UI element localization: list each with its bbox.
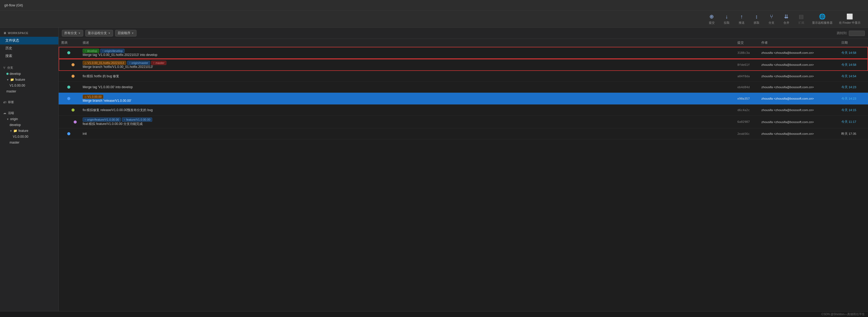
sidebar-item-history[interactable]: 历史 <box>0 44 58 52</box>
fetch-label: 抓取 <box>754 21 760 25</box>
workspace-header: 🖥 WORKSPACE <box>0 29 58 37</box>
graph-cell <box>59 47 80 59</box>
push-button[interactable]: ↑ 推送 <box>735 12 748 26</box>
order-filter[interactable]: 层级顺序 ▼ <box>115 30 136 36</box>
author-cell: zhousifa <zhousifa@bosssoft.com.cn> <box>759 59 839 71</box>
sidebar-item-search[interactable]: 搜索 <box>0 52 58 60</box>
sidebar-branch-develop[interactable]: develop <box>0 71 58 77</box>
commit-hash-cell: a04f0da <box>735 71 759 82</box>
description-cell: ◇V1.0.00.00 Merge branch 'release/V1.0.0… <box>80 93 735 105</box>
push-icon: ↑ <box>740 13 743 20</box>
author-cell: zhousifa <zhousifa@bosssoft.com.cn> <box>759 71 839 82</box>
graph-cell <box>59 93 80 105</box>
branch-tag: ⑂master <box>151 61 166 65</box>
folder-icon: 📁 <box>10 78 14 82</box>
remote-label: 显示远程服务器 <box>812 21 833 25</box>
pull-button[interactable]: ↓ 拉取 <box>720 12 733 26</box>
sidebar-branch-feature-folder[interactable]: ▼ 📁 feature <box>0 77 58 83</box>
col-graph: 图表 <box>59 39 80 47</box>
commit-message: Merge branch 'hotfix/V1.0.00_01.hotfix.2… <box>83 65 153 69</box>
author-cell: zhousifa <zhousifa@bosssoft.com.cn> <box>759 105 839 116</box>
sidebar-item-files[interactable]: 文件状态 <box>0 37 58 44</box>
description-cell: ⑂origin/feature/V1.0.00.00⑂feature/V1.0.… <box>80 116 735 128</box>
chevron-down-icon: ▼ <box>6 78 9 81</box>
sidebar-remote-origin-feature-folder[interactable]: ▼ 📁 feature <box>0 128 58 134</box>
commit-hash-cell: 6a02987 <box>735 116 759 128</box>
branch-icon: ⑂ <box>770 13 773 20</box>
display-filter[interactable]: 显示远程分支 ▼ <box>85 30 113 36</box>
finder-label: 在 Finder 中显示 <box>839 21 861 25</box>
commit-message: Merge branch 'release/V1.0.00.00' <box>83 99 131 102</box>
search-label: 搜索 <box>5 54 12 58</box>
chevron-down-icon-3: ▼ <box>9 129 12 132</box>
stash-button[interactable]: ▤ 贮藏 <box>795 12 808 26</box>
fetch-icon: ↕ <box>755 13 758 20</box>
table-row[interactable]: init2eab56czhousifa <zhousifa@bosssoft.c… <box>59 128 868 139</box>
order-filter-arrow: ▼ <box>131 32 134 35</box>
footer: CSDN @Sheldon—真烟雨任平生 <box>0 311 868 317</box>
table-row[interactable]: Merge tag 'V1.0.00.00' into developeb4d8… <box>59 82 868 93</box>
author-cell: zhousifa <zhousifa@bosssoft.com.cn> <box>759 116 839 128</box>
filter-bar: 所有分支 ▼ 显示远程分支 ▼ 层级顺序 ▼ 跳转到: <box>59 28 868 39</box>
branch-group-icon: ⑂ <box>3 66 6 70</box>
branch-button[interactable]: ⑂ 分支 <box>765 12 778 26</box>
sidebar-remote-origin[interactable]: ▼ origin <box>0 116 58 122</box>
commit-hash-cell: 3188c3a <box>735 47 759 59</box>
svg-point-2 <box>72 75 74 77</box>
svg-point-4 <box>67 97 70 100</box>
cloud-icon: ☁ <box>3 112 6 115</box>
branch-filter[interactable]: 所有分支 ▼ <box>62 30 83 36</box>
table-row[interactable]: fix:模拟 hotfix 的 bug 修复a04f0dazhousifa <z… <box>59 71 868 82</box>
stash-icon: ▤ <box>799 13 804 20</box>
commit-button[interactable]: ⊕ 提交 <box>705 12 718 26</box>
svg-point-5 <box>72 109 74 112</box>
commit-table-container: 图表 描述 提交 作者 日期 ⑂develop⑂origin/develop M… <box>59 39 868 311</box>
jump-input[interactable] <box>849 31 865 36</box>
remote-icon: 🌐 <box>819 13 826 20</box>
table-row[interactable]: ◇V1.0.00_01.hotfix.20221013⑂origin/maste… <box>59 59 868 71</box>
jumpto-label: 跳转到: <box>837 31 847 35</box>
display-filter-label: 显示远程分支 <box>88 31 107 35</box>
date-cell: 今天 14:58 <box>839 59 868 71</box>
branch-tag: ◇V1.0.00_01.hotfix.20221013 <box>83 61 126 65</box>
branch-tag: ⑂origin/feature/V1.0.00.00 <box>83 118 121 122</box>
finder-icon: ⬜ <box>846 13 853 20</box>
branch-tag: ◇V1.0.00.00 <box>83 95 103 99</box>
sidebar-remote-origin-master[interactable]: master <box>0 139 58 146</box>
branch-label: 分支 <box>769 21 774 25</box>
svg-point-6 <box>74 121 76 123</box>
commit-message: Merge tag 'V1.0.00_01.hotfix.20221013' i… <box>83 53 157 57</box>
description-cell: ◇V1.0.00_01.hotfix.20221013⑂origin/maste… <box>80 59 735 71</box>
commit-message: init <box>83 132 87 135</box>
footer-text: CSDN @Sheldon—真烟雨任平生 <box>822 312 865 316</box>
table-row[interactable]: ⑂develop⑂origin/develop Merge tag 'V1.0.… <box>59 47 868 59</box>
stash-label: 贮藏 <box>799 21 804 25</box>
sidebar-remote-origin-develop[interactable]: develop <box>0 122 58 128</box>
commit-icon: ⊕ <box>709 13 714 20</box>
tag-icon: 🏷 <box>3 101 6 104</box>
finder-button[interactable]: ⬜ 在 Finder 中显示 <box>837 12 863 26</box>
sidebar-branch-master[interactable]: master <box>0 89 58 94</box>
sidebar-remote-origin-feature-v1[interactable]: V1.0.00.00 <box>0 134 58 139</box>
col-author: 作者 <box>759 39 839 47</box>
date-cell: 今天 14:15 <box>839 105 868 116</box>
svg-point-1 <box>72 63 74 66</box>
table-row[interactable]: ◇V1.0.00.00 Merge branch 'release/V1.0.0… <box>59 93 868 105</box>
remote-button[interactable]: 🌐 显示远程服务器 <box>810 12 835 26</box>
fetch-button[interactable]: ↕ 抓取 <box>750 12 763 26</box>
commit-hash-cell: d6c4a2c <box>735 105 759 116</box>
commit-message: fix:模拟修复 release/V1.0.00.00预发布分支的 bug <box>83 108 153 112</box>
branches-header: ⑂ 分支 <box>0 63 58 71</box>
branch-tag: ⑂origin/develop <box>100 49 125 53</box>
table-row[interactable]: fix:模拟修复 release/V1.0.00.00预发布分支的 bugd6c… <box>59 105 868 116</box>
branch-filter-label: 所有分支 <box>64 31 77 35</box>
date-cell: 昨天 17:35 <box>839 128 868 139</box>
description-cell: fix:模拟 hotfix 的 bug 修复 <box>80 71 735 82</box>
merge-button[interactable]: ⇊ 合并 <box>780 12 793 26</box>
app-title: git-flow (Git) <box>4 3 23 7</box>
graph-cell <box>59 71 80 82</box>
author-cell: zhousifa <zhousifa@bosssoft.com.cn> <box>759 82 839 93</box>
date-cell: 今天 14:54 <box>839 71 868 82</box>
sidebar-branch-feature-v1[interactable]: V1.0.00.00 <box>0 83 58 89</box>
table-row[interactable]: ⑂origin/feature/V1.0.00.00⑂feature/V1.0.… <box>59 116 868 128</box>
